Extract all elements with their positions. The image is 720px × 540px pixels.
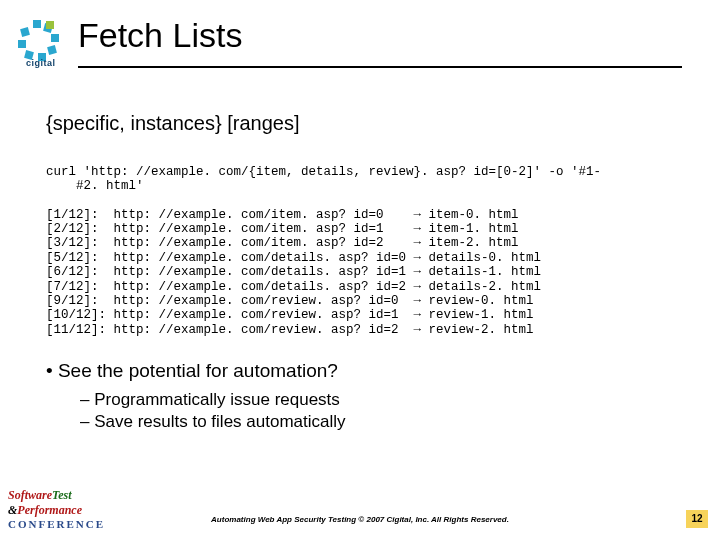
svg-rect-7 <box>20 27 30 37</box>
code-block: curl 'http: //example. com/{item, detail… <box>46 165 676 338</box>
slide-title: Fetch Lists <box>78 16 242 55</box>
footer-copyright: Automating Web App Security Testing © 20… <box>0 515 720 524</box>
bullet-level2: Programmatically issue requests <box>80 390 346 410</box>
conference-logo-text: Test <box>52 488 72 502</box>
title-underline <box>78 66 682 68</box>
bullet-list: See the potential for automation? Progra… <box>46 360 346 434</box>
page-number: 12 <box>686 510 708 528</box>
svg-rect-3 <box>47 45 57 55</box>
conference-logo: SoftwareTest &Performance CONFERENCE <box>8 488 118 532</box>
cigital-logo-text: cigital <box>26 58 56 68</box>
svg-rect-2 <box>51 34 59 42</box>
slide-subtitle: {specific, instances} [ranges] <box>46 112 299 135</box>
slide: cigital Fetch Lists {specific, instances… <box>0 0 720 540</box>
svg-rect-6 <box>18 40 26 48</box>
conference-logo-text: Software <box>8 488 52 502</box>
bullet-level1: See the potential for automation? <box>46 360 346 382</box>
svg-rect-0 <box>33 20 41 28</box>
bullet-level2: Save results to files automatically <box>80 412 346 432</box>
svg-rect-8 <box>46 21 54 29</box>
